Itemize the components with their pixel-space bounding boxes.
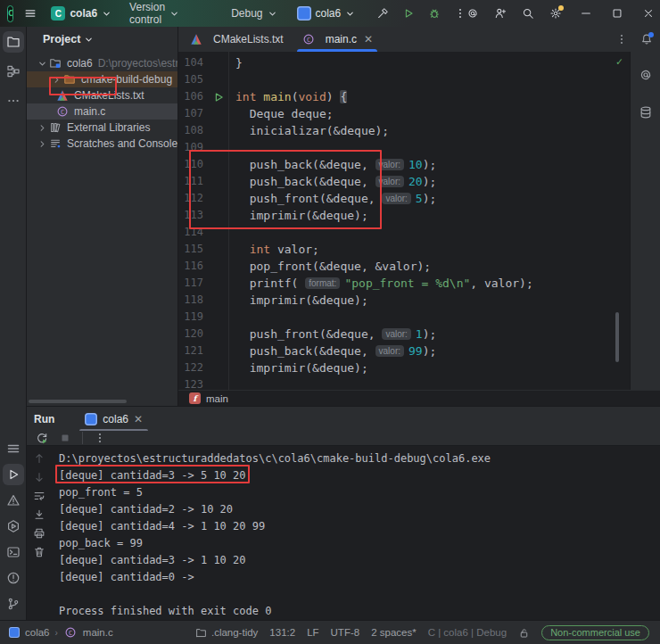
inspections-ok-icon[interactable]: ✓ <box>616 55 623 68</box>
tree-item-cola6[interactable]: cola6D:\proyectos\estructura <box>27 55 177 71</box>
statusbar-file[interactable]: main.c <box>83 627 113 638</box>
stop-icon[interactable] <box>59 432 71 444</box>
project-panel-header[interactable]: Project <box>27 27 177 52</box>
code-line-114[interactable]: 114 <box>178 224 630 241</box>
project-horizontal-scrollbar[interactable] <box>29 400 127 403</box>
code-line-106[interactable]: 106int main(void) { <box>178 88 630 105</box>
notifications-bell[interactable] <box>640 33 653 45</box>
line-number[interactable]: 105 <box>178 71 209 88</box>
version-control-tool-icon[interactable] <box>3 593 24 615</box>
code-line-104[interactable]: 104} <box>178 54 630 71</box>
tree-item-cmake-build-debug[interactable]: cmake-build-debug <box>27 71 177 87</box>
line-number[interactable]: 115 <box>178 241 209 258</box>
vcs-selector[interactable]: Version control <box>129 1 179 26</box>
breadcrumb[interactable]: main <box>206 393 228 404</box>
inspections-tool-icon[interactable] <box>3 567 24 589</box>
toolchain-info[interactable]: C | cola6 | Debug <box>428 627 507 638</box>
line-number[interactable]: 123 <box>178 376 209 390</box>
license-badge[interactable]: Non-commercial use <box>541 625 649 640</box>
main-menu-icon[interactable] <box>24 7 37 20</box>
run-icon[interactable] <box>402 7 415 20</box>
rerun-icon[interactable] <box>36 432 48 444</box>
line-number[interactable]: 117 <box>178 275 209 292</box>
more-actions-icon[interactable] <box>454 7 466 20</box>
editor-options-icon[interactable] <box>615 33 628 45</box>
build-icon[interactable] <box>376 7 389 20</box>
code-line-109[interactable]: 109 <box>178 139 630 156</box>
ai-assistant-icon[interactable] <box>635 64 656 86</box>
statusbar-breadcrumb[interactable]: cola6 › C main.c <box>9 625 113 640</box>
line-number[interactable]: 108 <box>178 122 209 139</box>
code-line-118[interactable]: 118 imprimir(&deque); <box>178 292 630 309</box>
project-tool-icon[interactable] <box>3 31 24 53</box>
line-number[interactable]: 120 <box>178 326 209 343</box>
problems-tool-icon[interactable] <box>3 490 24 511</box>
maximize-button[interactable] <box>611 7 623 20</box>
line-number[interactable]: 107 <box>178 105 209 122</box>
run-tab-cola6[interactable]: cola6 ✕ <box>79 407 148 431</box>
line-number[interactable]: 113 <box>178 207 209 224</box>
code-line-116[interactable]: 116 pop_front(&deque, &valor); <box>178 258 630 275</box>
project-selector[interactable]: C cola6 <box>51 6 111 21</box>
code-line-117[interactable]: 117 printf( format:"pop_front = %d\n", v… <box>178 275 630 292</box>
code-line-121[interactable]: 121 push_back(&deque, valor:99); <box>178 343 630 359</box>
tab-main-c[interactable]: C main.c ✕ <box>293 27 382 52</box>
minimize-button[interactable] <box>580 7 592 20</box>
run-gutter-icon[interactable] <box>209 88 228 105</box>
terminal-tool-icon[interactable] <box>3 541 24 563</box>
code-line-108[interactable]: 108 inicializar(&deque); <box>178 122 630 139</box>
settings-icon[interactable] <box>549 7 562 20</box>
chevron-right-icon[interactable] <box>36 139 48 149</box>
code-line-123[interactable]: 123 <box>178 376 630 390</box>
line-number[interactable]: 111 <box>178 173 209 190</box>
line-number[interactable]: 106 <box>178 88 209 105</box>
code-line-113[interactable]: 113 imprimir(&deque); <box>178 207 630 224</box>
close-button[interactable] <box>642 7 655 20</box>
line-number[interactable]: 119 <box>178 309 209 326</box>
code-line-107[interactable]: 107 Deque deque; <box>178 105 630 122</box>
code-line-120[interactable]: 120 push_front(&deque, valor:1); <box>178 326 630 343</box>
tree-item-scratches-and-consoles[interactable]: Scratches and Consoles <box>27 136 177 152</box>
more-tools-icon[interactable] <box>3 90 24 111</box>
close-tab-icon[interactable]: ✕ <box>364 33 373 45</box>
run-config-selector[interactable]: cola6 <box>297 6 356 21</box>
scroll-up-icon[interactable] <box>33 452 45 465</box>
scroll-down-icon[interactable] <box>33 471 45 483</box>
indent-style[interactable]: 2 spaces* <box>371 627 417 638</box>
database-icon[interactable] <box>635 102 656 123</box>
tab-cmakelists[interactable]: CMakeLists.txt <box>180 27 293 52</box>
line-number[interactable]: 114 <box>178 224 209 241</box>
search-everywhere-icon[interactable] <box>522 7 534 20</box>
line-number[interactable]: 109 <box>178 139 209 156</box>
tree-item-cmakelists-txt[interactable]: CMakeLists.txt <box>27 87 177 103</box>
print-icon[interactable] <box>33 527 45 540</box>
line-number[interactable]: 116 <box>178 258 209 275</box>
close-run-tab-icon[interactable]: ✕ <box>134 413 143 425</box>
line-ending[interactable]: LF <box>307 627 318 638</box>
debug-icon[interactable] <box>428 7 441 20</box>
code-with-me-icon[interactable] <box>494 7 507 20</box>
chevron-right-icon[interactable] <box>36 123 48 133</box>
code-line-122[interactable]: 122 imprimir(&deque); <box>178 359 630 376</box>
code-line-111[interactable]: 111 push_back(&deque, valor:20); <box>178 173 630 190</box>
tree-item-external-libraries[interactable]: External Libraries <box>27 120 177 136</box>
chevron-right-icon[interactable] <box>50 75 62 85</box>
services-tool-icon[interactable] <box>3 516 24 537</box>
line-number[interactable]: 104 <box>178 54 209 71</box>
console-output[interactable]: D:\proyectos\estructuraddedatos\c\cola6\… <box>52 446 660 620</box>
soft-wrap-icon[interactable] <box>33 490 45 502</box>
lock-widget[interactable] <box>518 627 530 639</box>
ai-assistant-icon[interactable] <box>466 7 479 20</box>
scroll-to-end-icon[interactable] <box>33 508 45 521</box>
code-line-119[interactable]: 119 <box>178 309 630 326</box>
line-number[interactable]: 122 <box>178 359 209 376</box>
clang-tidy-widget[interactable]: .clang-tidy <box>195 627 258 639</box>
line-number[interactable]: 110 <box>178 156 209 173</box>
line-number[interactable]: 121 <box>178 343 209 359</box>
run-more-icon[interactable] <box>94 432 106 444</box>
code-editor[interactable]: 104}105106int main(void) {107 Deque dequ… <box>178 52 630 390</box>
build-mode-selector[interactable]: Debug <box>231 7 276 20</box>
editor-vertical-scrollbar[interactable] <box>615 312 619 362</box>
main-menu-tool-icon[interactable] <box>3 438 24 459</box>
structure-tool-icon[interactable] <box>3 61 24 82</box>
